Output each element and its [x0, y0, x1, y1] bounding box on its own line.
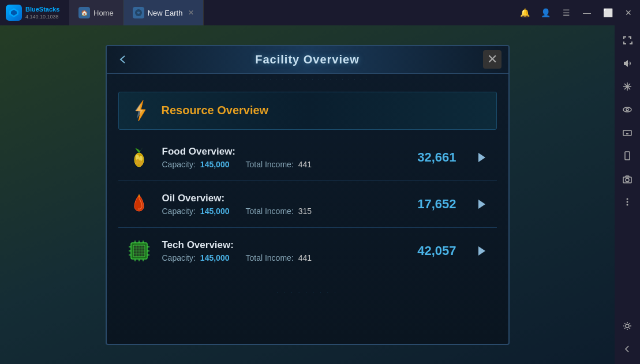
new-earth-tab-close[interactable]: ✕: [188, 9, 194, 17]
resource-overview-header: Resource Overview: [118, 92, 497, 130]
svg-marker-47: [478, 246, 485, 256]
food-icon: [124, 142, 154, 172]
minimize-button[interactable]: —: [578, 3, 596, 22]
svg-rect-5: [623, 130, 631, 136]
svg-point-3: [623, 107, 631, 112]
oil-stats: Capacity: 145,000 Total Income: 315: [162, 207, 410, 216]
tech-icon: [124, 236, 154, 266]
tech-info: Tech Overview: Capacity: 145,000 Total I…: [162, 239, 410, 262]
back-arrow-button[interactable]: [617, 339, 638, 359]
game-area: Facility Overview ✕ · · · · · · · · · · …: [0, 25, 615, 364]
svg-point-23: [136, 159, 139, 165]
right-sidebar: [615, 25, 640, 364]
modal-body: Resource Overview: [107, 86, 508, 286]
resize-button[interactable]: [617, 76, 638, 97]
oil-icon: [124, 189, 154, 219]
eye-button[interactable]: [617, 99, 638, 120]
food-info: Food Overview: Capacity: 145,000 Total I…: [162, 146, 410, 169]
oil-resource-row: Oil Overview: Capacity: 145,000 Total In…: [118, 181, 497, 228]
resource-overview-icon: [128, 98, 154, 123]
svg-point-17: [626, 324, 629, 328]
svg-marker-25: [478, 153, 485, 162]
topbar: BlueStacks 4.140.10.1038 🏠 Home New Eart…: [0, 0, 640, 25]
svg-marker-26: [478, 200, 485, 209]
tech-stats: Capacity: 145,000 Total Income: 441: [162, 253, 410, 262]
menu-button[interactable]: ☰: [557, 3, 575, 22]
tab-new-earth[interactable]: New Earth ✕: [123, 0, 204, 25]
mobile-button[interactable]: [617, 145, 638, 166]
modal-header: Facility Overview ✕: [107, 46, 508, 74]
tech-detail-button[interactable]: [473, 242, 491, 260]
svg-point-24: [139, 160, 143, 166]
bs-logo-icon: [6, 5, 22, 21]
bluestacks-text: BlueStacks 4.140.10.1038: [25, 6, 59, 19]
oil-detail-button[interactable]: [473, 195, 491, 213]
food-name: Food Overview:: [162, 146, 410, 157]
modal-overlay: Facility Overview ✕ · · · · · · · · · · …: [0, 25, 615, 364]
svg-point-13: [626, 178, 629, 182]
svg-point-16: [627, 204, 628, 206]
camera-button[interactable]: [617, 168, 638, 189]
oil-amount: 17,652: [417, 197, 456, 212]
svg-point-14: [627, 198, 628, 200]
settings-button[interactable]: [617, 316, 638, 336]
fullscreen-button[interactable]: [617, 30, 638, 51]
topbar-controls: 🔔 👤 ☰ — ⬜ ✕: [515, 3, 640, 22]
restore-button[interactable]: ⬜: [598, 3, 617, 22]
svg-rect-10: [625, 152, 630, 160]
volume-button[interactable]: [617, 53, 638, 74]
close-button[interactable]: ✕: [619, 3, 638, 22]
account-button[interactable]: 👤: [536, 3, 555, 22]
more-button[interactable]: [617, 192, 638, 212]
keyboard-button[interactable]: [617, 122, 638, 143]
modal-dots-top: · · · · · · · · · · · · · · · · · · · · …: [107, 74, 508, 86]
svg-point-15: [627, 201, 628, 203]
facility-overview-modal: Facility Overview ✕ · · · · · · · · · · …: [106, 45, 510, 345]
food-stats: Capacity: 145,000 Total Income: 441: [162, 160, 410, 169]
tech-resource-row: Tech Overview: Capacity: 145,000 Total I…: [118, 228, 497, 274]
modal-close-button[interactable]: ✕: [483, 50, 501, 69]
oil-name: Oil Overview:: [162, 193, 410, 204]
modal-back-button[interactable]: [114, 50, 132, 69]
tech-name: Tech Overview:: [162, 239, 410, 251]
notification-button[interactable]: 🔔: [515, 3, 534, 22]
svg-point-4: [626, 108, 628, 111]
food-resource-row: Food Overview: Capacity: 145,000 Total I…: [118, 134, 497, 181]
food-amount: 32,661: [417, 150, 456, 165]
oil-info: Oil Overview: Capacity: 145,000 Total In…: [162, 193, 410, 216]
food-detail-button[interactable]: [473, 148, 491, 167]
section-title: Resource Overview: [162, 104, 269, 117]
modal-title: Facility Overview: [255, 53, 359, 66]
tab-home[interactable]: 🏠 Home: [69, 0, 123, 25]
home-tab-icon: 🏠: [78, 7, 90, 18]
tech-amount: 42,057: [417, 243, 456, 258]
modal-dots-bottom: · · · · · · · · ·: [107, 286, 508, 298]
new-earth-tab-icon: [133, 7, 144, 18]
bluestacks-logo: BlueStacks 4.140.10.1038: [0, 5, 69, 21]
